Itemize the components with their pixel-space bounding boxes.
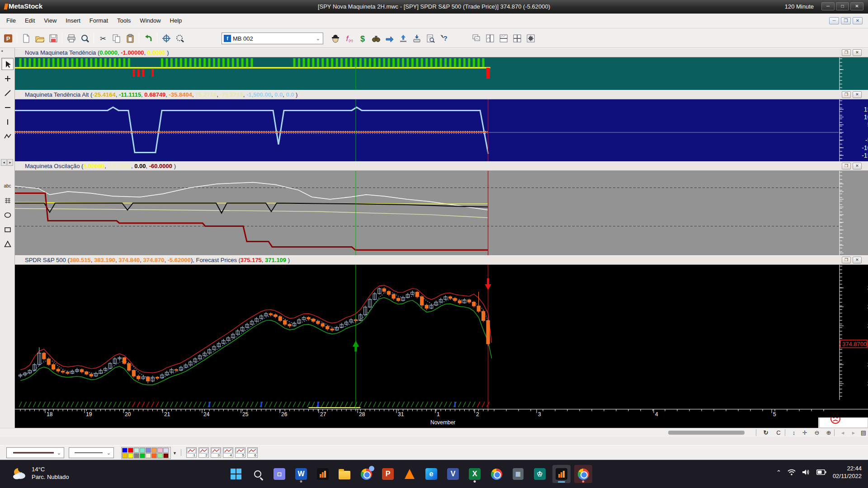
triangle-tool[interactable]	[1, 238, 14, 250]
palette-color-11[interactable]	[134, 453, 139, 458]
palette-color-13[interactable]	[146, 453, 151, 458]
crosshair-tool[interactable]	[1, 72, 14, 84]
upload-layout-button[interactable]	[397, 33, 409, 45]
text-tool[interactable]: abc	[1, 180, 14, 192]
taskbar-metastock-active[interactable]	[552, 465, 571, 483]
pointer-tool[interactable]	[1, 58, 14, 70]
zoom-window-button[interactable]	[174, 33, 186, 45]
paste-button[interactable]	[124, 33, 136, 45]
open-chart-button[interactable]	[33, 33, 46, 45]
doc-close-button[interactable]: ✕	[853, 17, 863, 24]
line-weight-combo[interactable]: ⌄	[69, 447, 114, 458]
collapse-sidebar-button[interactable]: ◂	[1, 49, 6, 54]
indicator-quicklist-button[interactable]	[424, 33, 436, 45]
panel-body-maquineta-tendencia-alt[interactable]: 150010005000-500-1000-1500	[15, 99, 868, 161]
ellipse-tool[interactable]	[1, 209, 14, 221]
palette-color-15[interactable]	[157, 453, 163, 458]
taskbar-chess[interactable]: ♔	[531, 465, 549, 483]
panel-close-button[interactable]: ✕	[853, 163, 862, 169]
wifi-icon[interactable]	[788, 469, 796, 475]
trendline-tool[interactable]	[1, 87, 14, 99]
new-chart-button[interactable]	[20, 33, 32, 45]
pan-button[interactable]: ✛	[799, 428, 810, 437]
panel-restore-button[interactable]: ❐	[842, 163, 851, 169]
date-axis[interactable]: 1819202124252627283112345	[15, 409, 868, 418]
fit-c-button[interactable]: C	[773, 428, 784, 437]
palette-color-5[interactable]	[146, 448, 151, 453]
line-style-combo[interactable]: ⌄	[6, 447, 64, 458]
palette-color-8[interactable]	[163, 448, 169, 453]
chart-template-6-button[interactable]: 6	[247, 447, 258, 458]
palette-dropdown-arrow[interactable]: ▼	[173, 451, 177, 455]
close-button[interactable]: ✕	[850, 2, 863, 10]
zoom-out-button[interactable]: ⊖	[811, 428, 822, 437]
save-chart-button[interactable]	[47, 33, 59, 45]
taskbar-visio[interactable]: V	[444, 465, 462, 483]
polyline-tool[interactable]	[1, 130, 14, 142]
palette-color-3[interactable]	[134, 448, 139, 453]
taskbar-excel[interactable]: X	[466, 465, 484, 483]
palette-color-9[interactable]	[122, 453, 127, 458]
taskbar-chrome-active[interactable]	[574, 465, 592, 483]
palette-color-1[interactable]	[122, 448, 127, 453]
minimize-button[interactable]: ─	[821, 2, 835, 10]
vertical-line-tool[interactable]	[1, 116, 14, 128]
zoom-preview-button[interactable]	[79, 33, 91, 45]
panel-body-nova-maquineta-tendencia[interactable]: 0	[15, 57, 868, 90]
palette-color-14[interactable]	[151, 453, 157, 458]
vertical-fit-button[interactable]: ↕	[788, 428, 799, 437]
forecaster-arrow-button[interactable]	[383, 33, 396, 45]
page-right-button[interactable]: ▸	[848, 428, 859, 437]
doc-minimize-button[interactable]: ─	[829, 17, 839, 24]
cascade-windows-button[interactable]	[470, 33, 482, 45]
tile-horizontal-button[interactable]	[497, 33, 509, 45]
taskbar-chat[interactable]: ◻	[270, 465, 288, 483]
horizontal-line-tool[interactable]	[1, 101, 14, 113]
taskbar-chrome[interactable]	[487, 465, 505, 483]
taskbar-vlc[interactable]	[401, 465, 419, 483]
taskbar-calculator[interactable]: ▦	[509, 465, 527, 483]
dollar-securities-button[interactable]: $	[356, 33, 368, 45]
palette-color-6[interactable]	[151, 448, 157, 453]
palette-color-16[interactable]	[163, 453, 169, 458]
taskbar-metastock[interactable]	[314, 465, 332, 483]
volume-icon[interactable]	[802, 469, 810, 475]
workspace-options-button[interactable]	[524, 33, 537, 45]
panel-close-button[interactable]: ✕	[853, 49, 862, 56]
scroll-left-button[interactable]: ◂	[1, 159, 7, 166]
undo-button[interactable]	[142, 33, 154, 45]
panel-restore-button[interactable]: ❐	[842, 257, 851, 263]
scroll-right-button[interactable]: ▸	[7, 159, 13, 166]
menu-view[interactable]: View	[39, 14, 61, 24]
rectangle-tool[interactable]	[1, 223, 14, 235]
menu-file[interactable]: File	[2, 14, 20, 24]
taskbar-powerpoint[interactable]: P	[379, 465, 397, 483]
panel-restore-button[interactable]: ❐	[842, 91, 851, 98]
chart-template-4-button[interactable]: 4	[223, 447, 233, 458]
palette-color-4[interactable]	[140, 448, 145, 453]
cut-button[interactable]: ✂	[97, 33, 109, 45]
panel-close-button[interactable]: ✕	[853, 257, 862, 263]
crosshair-pointer-button[interactable]	[160, 33, 172, 45]
layout-combo[interactable]: f MB 002 ⌄	[222, 33, 323, 44]
battery-icon[interactable]	[816, 469, 826, 475]
taskbar-word[interactable]: W	[292, 465, 310, 483]
refresh-button[interactable]: ↻	[760, 428, 771, 437]
doc-restore-button[interactable]: ❐	[841, 17, 851, 24]
explorer-binoculars-button[interactable]	[370, 33, 382, 45]
tile-vertical-button[interactable]	[484, 33, 496, 45]
palette-color-12[interactable]	[140, 453, 145, 458]
taskbar-edge[interactable]: e	[422, 465, 440, 483]
page-left-button[interactable]: ◂	[837, 428, 848, 437]
weather-widget[interactable]: 14°C Parc. Nublado	[12, 465, 69, 481]
taskbar-file-explorer[interactable]	[335, 465, 354, 483]
panel-restore-button[interactable]: ❐	[842, 49, 851, 56]
menu-window[interactable]: Window	[135, 14, 165, 24]
expert-advisor-button[interactable]	[329, 33, 341, 45]
chart-template-2-button[interactable]: 2	[198, 447, 209, 458]
print-button[interactable]	[65, 33, 77, 45]
chart-template-3-button[interactable]: 3	[211, 447, 221, 458]
downloader-button[interactable]	[410, 33, 423, 45]
panel-body-maquineta-oscilacao[interactable]: 3020100-10-20-30-40-50-60	[15, 171, 868, 255]
clock[interactable]: 22:44 02/11/2022	[833, 465, 862, 480]
